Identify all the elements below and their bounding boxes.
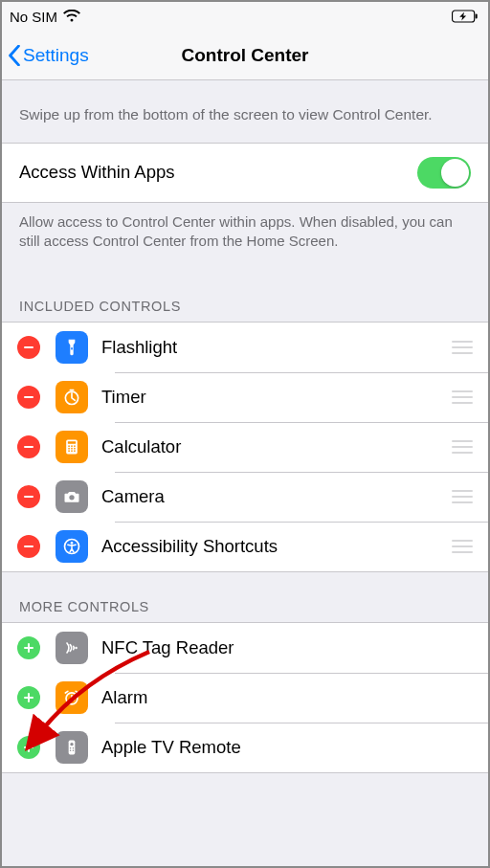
item-label: Alarm: [101, 687, 477, 708]
svg-rect-6: [70, 389, 75, 391]
svg-rect-1: [476, 13, 478, 18]
svg-point-26: [75, 647, 78, 650]
carrier-label: No SIM: [10, 9, 57, 25]
svg-point-10: [68, 446, 70, 448]
list-item-apple-tv-remote[interactable]: Apple TV Remote: [2, 723, 488, 772]
wifi-icon: [63, 10, 80, 23]
svg-rect-3: [71, 347, 73, 350]
list-item-nfc-tag-reader[interactable]: NFC Tag Reader: [2, 623, 488, 673]
section-header-more: MORE CONTROLS: [2, 572, 488, 622]
camera-icon: [56, 480, 88, 513]
list-item-calculator[interactable]: Calculator: [2, 422, 488, 472]
access-within-apps-label: Access Within Apps: [19, 162, 174, 183]
included-controls-list: Flashlight Timer Calculator: [2, 322, 488, 572]
reorder-handle[interactable]: [452, 540, 477, 553]
remove-button[interactable]: [17, 485, 40, 508]
svg-point-35: [73, 748, 75, 750]
section-header-included: INCLUDED CONTROLS: [2, 272, 488, 322]
back-label: Settings: [23, 45, 89, 66]
reorder-handle[interactable]: [452, 390, 477, 404]
svg-point-15: [74, 448, 76, 450]
intro-text: Swipe up from the bottom of the screen t…: [2, 80, 488, 143]
svg-point-33: [70, 743, 73, 746]
battery-charging-icon: [452, 10, 479, 23]
svg-rect-2: [24, 346, 33, 348]
svg-rect-21: [24, 545, 33, 547]
timer-icon: [56, 381, 88, 413]
switch-knob: [441, 159, 469, 187]
more-controls-list: NFC Tag Reader Alarm Apple TV Remote: [2, 622, 488, 773]
remove-button[interactable]: [17, 336, 40, 359]
list-item-accessibility-shortcuts[interactable]: Accessibility Shortcuts: [2, 522, 488, 571]
calculator-icon: [56, 431, 88, 463]
svg-point-13: [68, 448, 70, 450]
plus-icon: [23, 692, 34, 703]
svg-point-23: [71, 542, 74, 545]
svg-point-12: [74, 446, 76, 448]
svg-rect-4: [24, 396, 33, 398]
nav-bar: Settings Control Center: [2, 31, 488, 80]
svg-rect-19: [24, 496, 33, 498]
item-label: Camera: [101, 486, 452, 507]
svg-point-18: [74, 451, 76, 453]
svg-point-34: [70, 748, 72, 750]
minus-icon: [23, 441, 34, 453]
item-label: Accessibility Shortcuts: [101, 536, 452, 557]
minus-icon: [23, 391, 34, 403]
minus-icon: [23, 491, 34, 502]
remove-button[interactable]: [17, 535, 40, 558]
list-item-alarm[interactable]: Alarm: [2, 673, 488, 723]
nfc-icon: [56, 632, 88, 664]
minus-icon: [23, 342, 34, 353]
remove-button[interactable]: [17, 435, 40, 458]
svg-point-11: [71, 446, 73, 448]
back-button[interactable]: Settings: [8, 31, 89, 79]
svg-point-20: [69, 496, 74, 501]
list-item-flashlight[interactable]: Flashlight: [2, 323, 488, 372]
svg-rect-9: [68, 442, 76, 445]
svg-point-37: [73, 750, 75, 752]
remove-button[interactable]: [17, 386, 40, 409]
svg-rect-25: [24, 647, 33, 649]
list-item-timer[interactable]: Timer: [2, 372, 488, 422]
access-within-apps-switch[interactable]: [417, 157, 471, 189]
remote-icon: [56, 731, 88, 764]
accessibility-icon: [56, 530, 88, 563]
reorder-handle[interactable]: [452, 341, 477, 354]
svg-rect-32: [69, 741, 76, 755]
svg-point-17: [71, 451, 73, 453]
add-button[interactable]: [17, 736, 40, 759]
settings-control-center-screen: No SIM Settings Control Center Swipe up …: [0, 0, 490, 868]
svg-rect-31: [24, 746, 33, 748]
reorder-handle[interactable]: [452, 440, 477, 454]
chevron-left-icon: [8, 45, 21, 66]
alarm-icon: [56, 681, 88, 714]
reorder-handle[interactable]: [452, 490, 477, 503]
svg-point-36: [70, 750, 72, 752]
minus-icon: [23, 541, 34, 552]
add-button[interactable]: [17, 636, 40, 659]
access-within-apps-row[interactable]: Access Within Apps: [2, 143, 488, 203]
item-label: NFC Tag Reader: [101, 637, 477, 658]
svg-rect-7: [24, 446, 33, 448]
item-label: Apple TV Remote: [101, 737, 477, 758]
item-label: Timer: [101, 387, 452, 408]
list-item-camera[interactable]: Camera: [2, 472, 488, 522]
svg-rect-28: [24, 697, 33, 699]
svg-point-14: [71, 448, 73, 450]
item-label: Calculator: [101, 436, 452, 457]
plus-icon: [23, 742, 34, 753]
flashlight-icon: [56, 331, 88, 364]
svg-point-16: [68, 451, 70, 453]
access-within-apps-footer: Allow access to Control Center within ap…: [2, 203, 488, 273]
status-bar: No SIM: [2, 2, 488, 31]
add-button[interactable]: [17, 686, 40, 709]
item-label: Flashlight: [101, 337, 452, 358]
plus-icon: [23, 642, 34, 654]
